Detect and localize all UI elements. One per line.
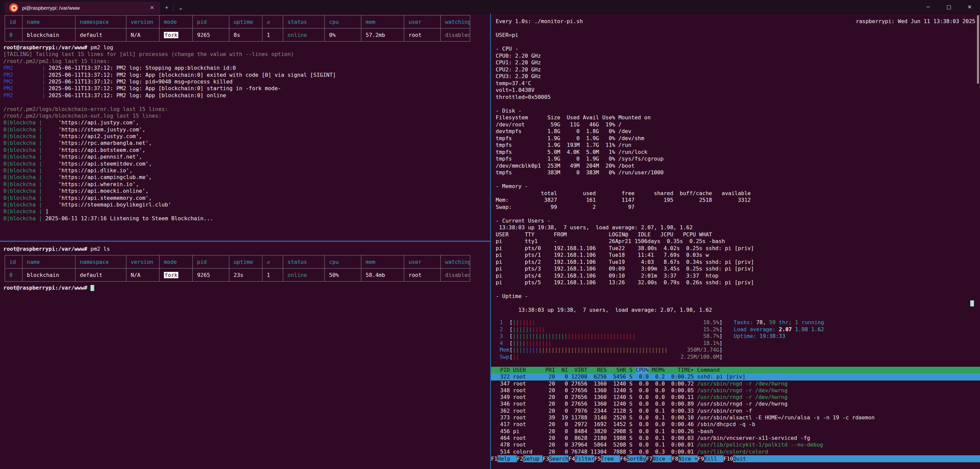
disk-line: tmpfs 5.0M 4.0K 5.0M 1% /run/lock	[496, 149, 975, 156]
htop-meter: 4 [|||||||||||| 18.1%]	[500, 340, 980, 347]
pm2-log-prefix: PM2 |	[3, 92, 49, 99]
app-log-prefix: 0|blockcha |	[3, 153, 45, 160]
pane-pm2-log[interactable]: idnamenamespace versionmodepid uptime↺st…	[0, 14, 490, 241]
cpu-section: CPU0: 2.20 GHzCPU1: 2.20 GHzCPU2: 2.20 G…	[496, 53, 975, 101]
process-command: /usr/lib/policykit-1/polkitd --no-debug	[697, 442, 823, 448]
app-log-prefix: 0|blockcha |	[3, 215, 45, 222]
pm2-log-prefix: PM2 |	[3, 78, 49, 85]
htop-process-row[interactable]: 346 root 20 0 27656 1360 1240 S 0.0 0.0 …	[491, 400, 980, 407]
cpu-line: throttled=0x50005	[496, 94, 975, 101]
window-controls: ─ □ ✕	[918, 0, 980, 14]
htop-process-row[interactable]: 348 root 20 0 27656 1360 1240 S 0.0 0.0 …	[491, 387, 980, 394]
meter-value: 58.7%	[703, 333, 719, 339]
pm2-daemon-log: PM2 | 2025-06-11T13:37:12: PM2 log: Stop…	[3, 65, 490, 99]
user-session-line: pi tty1 - 26Apr21 1506days 0.35s 0.25s -…	[496, 238, 975, 245]
users-uptime-line: 13:38:03 up 19:38, 7 users, load average…	[496, 224, 975, 231]
pane-divider-horizontal[interactable]	[0, 241, 490, 242]
fkey-button[interactable]: F6SortBy	[620, 455, 646, 462]
tab-close-button[interactable]: ✕	[147, 4, 157, 11]
shell-prompt-line: root@raspberrypi:/var/www# pm2 ls	[3, 246, 490, 252]
user-line: USER=pi	[496, 32, 975, 39]
fkey-button[interactable]: F3Search	[542, 455, 568, 462]
fkey-button[interactable]: F7Nice -	[646, 455, 671, 462]
pm2-table-top: idnamenamespace versionmodepid uptime↺st…	[5, 15, 470, 41]
tab-dropdown-button[interactable]: ⌄	[173, 2, 188, 14]
status-online: online	[283, 29, 325, 41]
process-command: /usr/lib/colord/colord	[697, 448, 768, 455]
process-command: /usr/sbin/rngd -r /dev/hwrng	[697, 387, 788, 394]
htop-tasks-line: Tasks: 78, 59 thr; 1 running	[733, 319, 824, 326]
sort-column-cpu[interactable]: CPU%	[636, 367, 649, 373]
out-log-path-line: /root/.pm2/logs/blockchain-out.log last …	[3, 113, 490, 120]
disk-section: Filesystem Size Used Avail Use% Mounted …	[496, 114, 975, 176]
fkey-button[interactable]: F2Setup	[517, 455, 542, 462]
disk-line: /dev/root 59G 11G 46G 19% /	[496, 121, 975, 128]
pm2-table-header: idnamenamespace versionmodepid uptime↺st…	[5, 16, 470, 29]
htop-process-row[interactable]: 347 root 20 0 27656 1360 1240 S 0.0 0.0 …	[491, 381, 980, 387]
users-section-title: - Current Users -	[496, 218, 975, 225]
htop-process-row[interactable]: 349 root 20 0 27656 1360 1240 S 0.0 0.0 …	[491, 394, 980, 400]
meter-bars-blue: ||||	[525, 347, 539, 353]
app-log-prefix: 0|blockcha |	[3, 208, 45, 215]
watch-output: Every 1.0s: ./monitor-pi.sh raspberrypi:…	[496, 18, 975, 307]
memory-line: Swap: 99 2 97	[496, 204, 975, 211]
app-log-prefix: 0|blockcha |	[3, 188, 45, 194]
minimize-button[interactable]: ─	[918, 0, 939, 14]
htop-process-row[interactable]: 373 root 39 19 11788 3140 2520 S 0.0 0.1…	[491, 414, 980, 421]
meter-bars-red: |||||	[519, 319, 535, 325]
app-log-line: 0|blockcha | 'https://api.pennsif.net',	[3, 153, 490, 160]
pm2-log-prefix: PM2 |	[3, 72, 49, 78]
blank-line	[3, 99, 490, 105]
htop-summary: Tasks: 78, 59 thr; 1 running Load averag…	[733, 319, 824, 340]
app-log-line: 0|blockcha | 'https://steem.justyy.com',	[3, 126, 490, 133]
app-log-line: 0|blockcha | 'https://api.dlike.io',	[3, 167, 490, 174]
meter-bars-green: ||||	[513, 347, 526, 353]
app-log-line: 0|blockcha | 'https://api.wherein.io',	[3, 181, 490, 188]
status-online: online	[283, 268, 325, 282]
app-log-prefix: 0|blockcha |	[3, 126, 45, 133]
disk-line: tmpfs 1.9G 193M 1.7G 11% /run	[496, 142, 975, 149]
htop-process-row[interactable]: 464 root 20 0 8628 2180 1988 S 0.0 0.1 0…	[491, 435, 980, 442]
process-command: /usr/sbin/alsactl -E HOME=/run/alsa -s -…	[697, 414, 875, 421]
app-log-line: 0|blockcha | 'https://api.steememory.com…	[3, 195, 490, 201]
fkey-button[interactable]: F8Nice +	[671, 455, 697, 462]
fkey-button[interactable]: F5Tree	[594, 455, 620, 462]
watch-hostname-date: raspberrypi: Wed Jun 11 13:38:03 2025	[856, 18, 975, 25]
new-tab-button[interactable]: +	[160, 2, 173, 14]
app-output-log: 0|blockcha | 'https://api.justyy.com', 0…	[3, 120, 490, 222]
terminal-tab[interactable]: pi@raspberrypi: /var/www ✕	[5, 2, 160, 14]
fkey-button[interactable]: F1Help	[491, 455, 517, 462]
htop-view: 1 [||||||| 10.5%] 2 [|||||||||| 15.2%] 3…	[491, 319, 980, 462]
user-session-line: pi pts/4 192.168.1.106 09:10 2:01m 3:37 …	[496, 273, 975, 279]
htop-process-row[interactable]: 362 root 20 0 7976 2344 2128 S 0.0 0.1 0…	[491, 408, 980, 414]
shell-command: pm2 log	[87, 44, 113, 51]
app-log-line: 0|blockcha | 'https://api.steemitdev.com…	[3, 161, 490, 167]
shell-prompt: root@raspberrypi:/var/www#	[3, 285, 91, 291]
htop-table-header[interactable]: PID USER PRI NI VIRT RES SHR S CPU% MEM%…	[491, 367, 980, 373]
htop-process-row[interactable]: 322 root 20 0 12200 6256 5456 S 0.0 0.2 …	[491, 373, 980, 380]
pane-pm2-ls[interactable]: root@raspberrypi:/var/www# pm2 ls idname…	[0, 242, 490, 469]
fkey-button[interactable]: F9Kill	[698, 455, 724, 462]
htop-process-row[interactable]: 514 colord 20 0 76748 11304 7888 S 0.0 0…	[491, 448, 980, 455]
app-log-line: 0|blockcha | 'https://api.botsteem.com',	[3, 147, 490, 153]
meter-bars-red: ||||||||	[525, 340, 551, 346]
app-log-prefix: 0|blockcha |	[3, 167, 45, 174]
process-command: /sbin/dhcpcd -q -b	[697, 421, 755, 428]
scrollbar-thumb[interactable]	[977, 15, 979, 84]
cpu-line: volt=1.0438V	[496, 87, 975, 94]
pane-monitor[interactable]: Every 1.0s: ./monitor-pi.sh raspberrypi:…	[491, 14, 980, 469]
mode-badge: fork	[164, 272, 178, 278]
maximize-button[interactable]: □	[939, 0, 959, 14]
htop-process-row[interactable]: 417 root 20 0 2972 1692 1452 S 0.0 0.0 0…	[491, 421, 980, 428]
fkey-button[interactable]: F4Filter	[568, 455, 594, 462]
uptime-line: 13:38:03 up 19:38, 7 users, load average…	[496, 300, 975, 307]
disk-line: tmpfs 1.9G 0 1.9G 0% /sys/fs/cgroup	[496, 156, 975, 163]
htop-process-row[interactable]: 478 root 20 0 37964 5864 5208 S 0.0 0.1 …	[491, 442, 980, 448]
shell-prompt: root@raspberrypi:/var/www#	[3, 246, 87, 252]
htop-process-row[interactable]: 456 pi 20 0 8484 3820 2908 S 0.0 0.1 0:0…	[491, 428, 980, 435]
close-button[interactable]: ✕	[959, 0, 980, 14]
cpu-line: CPU1: 2.20 GHz	[496, 59, 975, 66]
app-log-prefix: 0|blockcha |	[3, 195, 45, 201]
fkey-button[interactable]: F10Quit	[724, 455, 753, 462]
pm2-process-row: 0 blockchain default N/A fork 9265 23s 1…	[5, 268, 470, 282]
